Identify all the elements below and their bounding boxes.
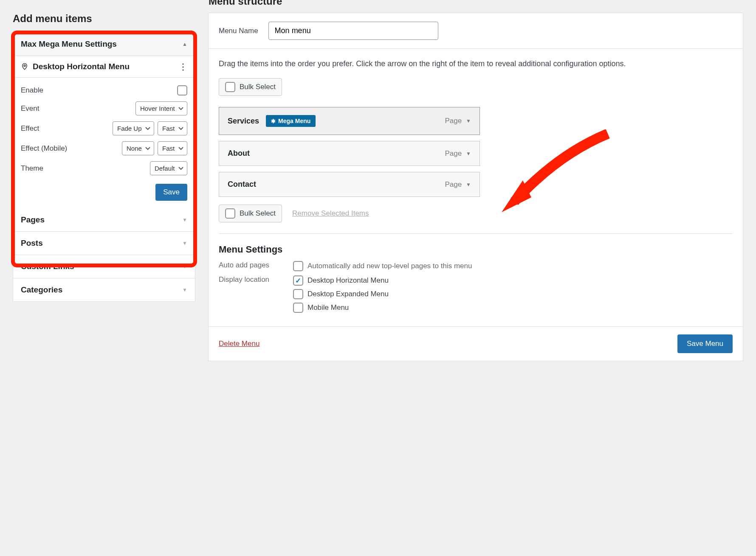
menu-item-title: Services [228,117,259,126]
chevron-down-icon: ▼ [182,264,187,270]
chevron-up-icon: ▲ [182,41,187,47]
chevron-down-icon: ▼ [182,217,187,223]
effect-type-select[interactable]: Fade Up [113,121,154,135]
menu-item-about[interactable]: About Page ▼ [219,141,480,166]
menu-item-title: Contact [228,180,256,189]
mega-menu-panel-title: Max Mega Menu Settings [21,39,117,49]
bulk-select-checkbox-icon [225,82,235,92]
chevron-down-icon: ▼ [466,182,471,188]
menu-item-type: Page [445,180,462,189]
event-label: Event [21,104,39,113]
auto-add-text: Automatically add new top-level pages to… [307,262,472,270]
menu-name-label: Menu Name [219,27,258,35]
save-menu-button[interactable]: Save Menu [677,334,733,353]
location-option-label: Desktop Horizontal Menu [307,276,389,285]
effect-speed-select[interactable]: Fast [158,121,187,135]
pin-icon [21,63,28,70]
kebab-menu-icon[interactable]: ⋮ [179,65,187,69]
enable-label: Enable [21,86,43,95]
accordion-categories[interactable]: Categories ▼ [13,278,195,301]
bulk-select-checkbox-icon [225,208,235,219]
auto-add-pages-label: Auto add pages [219,261,285,270]
auto-add-checkbox[interactable] [293,261,303,271]
gear-icon: ✱ [271,118,276,124]
location-checkbox-mobile[interactable] [293,303,303,313]
accordion-label: Posts [21,239,43,248]
menu-item-title: About [228,149,250,158]
location-checkbox-desktop-horizontal[interactable] [293,275,303,286]
chevron-down-icon: ▼ [466,151,471,157]
bulk-select-label: Bulk Select [240,209,276,218]
menu-item-contact[interactable]: Contact Page ▼ [219,172,480,197]
location-option-label: Mobile Menu [307,303,349,312]
remove-selected-link[interactable]: Remove Selected Items [292,209,369,218]
location-label: Desktop Horizontal Menu [33,62,130,71]
effect-mobile-type-select[interactable]: None [122,141,154,155]
accordion-custom-links[interactable]: Custom Links ▼ [13,255,195,278]
display-location-label: Display location [219,275,285,284]
chevron-down-icon: ▼ [466,118,471,124]
section-divider [219,233,733,234]
bulk-select-bottom-button[interactable]: Bulk Select [219,205,282,222]
location-option-label: Desktop Expanded Menu [307,290,389,298]
accordion-label: Pages [21,215,45,225]
accordion-pages[interactable]: Pages ▼ [13,208,195,232]
effect-mobile-speed-select[interactable]: Fast [158,141,187,155]
delete-menu-link[interactable]: Delete Menu [219,340,260,348]
accordion-label: Categories [21,285,62,295]
save-button[interactable]: Save [155,184,187,201]
svg-point-0 [24,65,25,67]
chevron-down-icon: ▼ [182,240,187,246]
theme-select[interactable]: Default [150,161,187,175]
accordion-label: Custom Links [21,262,74,271]
menu-item-type: Page [445,117,462,125]
mega-menu-badge-label: Mega Menu [278,118,310,124]
event-select[interactable]: Hover Intent [135,101,187,115]
menu-settings-heading: Menu Settings [219,244,733,255]
menu-structure-heading: Menu structure [209,0,282,7]
theme-label: Theme [21,164,43,173]
menu-name-input[interactable] [268,22,438,40]
menu-item-type: Page [445,149,462,158]
add-menu-items-heading: Add menu items [13,13,195,25]
accordion-posts[interactable]: Posts ▼ [13,232,195,255]
mega-menu-badge[interactable]: ✱ Mega Menu [266,115,316,127]
location-header: Desktop Horizontal Menu ⋮ [13,56,195,78]
effect-label: Effect [21,124,39,133]
effect-mobile-label: Effect (Mobile) [21,144,67,153]
location-checkbox-desktop-expanded[interactable] [293,289,303,299]
enable-checkbox[interactable] [177,85,187,95]
bulk-select-label: Bulk Select [240,83,276,91]
instructions-text: Drag the items into the order you prefer… [219,58,733,70]
bulk-select-button[interactable]: Bulk Select [219,78,282,96]
menu-item-services[interactable]: Services ✱ Mega Menu Page ▼ [219,107,480,135]
chevron-down-icon: ▼ [182,287,187,293]
mega-menu-settings-toggle[interactable]: Max Mega Menu Settings ▲ [13,33,195,56]
